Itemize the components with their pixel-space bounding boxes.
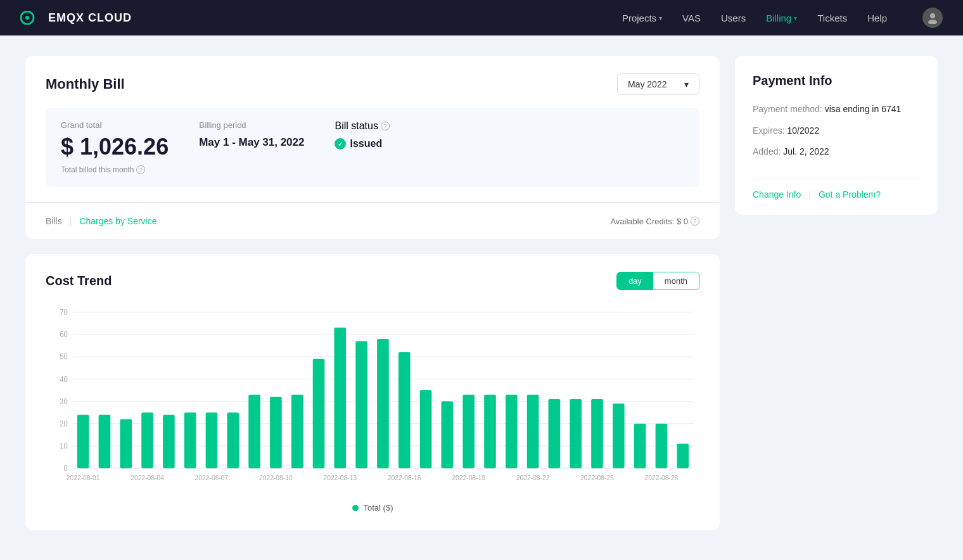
tab-bills[interactable]: Bills: [46, 213, 62, 229]
legend-dot-icon: [352, 505, 359, 511]
svg-rect-29: [248, 395, 260, 468]
svg-text:2022-08-16: 2022-08-16: [388, 474, 421, 482]
navbar-links: Projects ▾ VAS Users Billing ▾ Tickets H…: [622, 8, 943, 28]
help-icon[interactable]: ?: [691, 217, 699, 226]
grand-total-section: Grand total $ 1,026.26 Total billed this…: [61, 120, 169, 174]
nav-users[interactable]: Users: [721, 13, 746, 23]
svg-text:2022-08-28: 2022-08-28: [645, 474, 679, 482]
chart-legend: Total ($): [46, 503, 699, 512]
payment-method-line: Payment method: visa ending in 6741: [753, 103, 920, 116]
svg-rect-21: [77, 415, 89, 468]
chevron-down-icon: ▾: [659, 15, 662, 22]
svg-text:40: 40: [60, 374, 68, 384]
svg-rect-23: [120, 419, 132, 468]
bill-status-value: ✓ Issued: [335, 138, 389, 150]
bill-card-header: Monthly Bill May 2022 ▾: [46, 73, 699, 95]
change-info-link[interactable]: Change Info: [753, 189, 801, 200]
user-icon: [926, 11, 939, 24]
chevron-down-icon: ▾: [794, 15, 797, 22]
svg-rect-40: [484, 395, 496, 468]
svg-rect-31: [291, 395, 303, 468]
svg-text:2022-08-01: 2022-08-01: [67, 474, 100, 482]
monthly-bill-title: Monthly Bill: [46, 76, 125, 92]
svg-rect-35: [377, 339, 389, 468]
payment-expires-line: Expires: 10/2022: [753, 125, 920, 137]
svg-rect-30: [270, 397, 282, 468]
svg-text:2022-08-25: 2022-08-25: [580, 474, 614, 482]
svg-text:2022-08-07: 2022-08-07: [195, 474, 229, 482]
bill-status-label-row: Bill status ?: [335, 120, 389, 132]
svg-text:30: 30: [60, 397, 68, 406]
month-selector[interactable]: May 2022 ▾: [617, 73, 699, 95]
svg-point-3: [930, 13, 935, 18]
bar-chart: 0102030405060702022-08-012022-08-042022-…: [46, 305, 699, 495]
got-problem-link[interactable]: Got a Problem?: [819, 189, 881, 200]
svg-rect-42: [527, 395, 539, 468]
svg-rect-43: [549, 399, 561, 468]
expires-value: 10/2022: [787, 125, 819, 136]
svg-rect-28: [227, 412, 239, 468]
payment-method-value: visa ending in 6741: [825, 104, 902, 114]
svg-rect-27: [206, 412, 218, 468]
svg-rect-25: [163, 415, 175, 468]
svg-text:2022-08-13: 2022-08-13: [323, 474, 357, 482]
toggle-group: day month: [616, 272, 699, 290]
svg-rect-33: [335, 328, 347, 468]
expires-label: Expires:: [753, 125, 785, 136]
payment-actions: Change Info | Got a Problem?: [753, 179, 920, 200]
right-panel: Payment Info Payment method: visa ending…: [735, 56, 938, 530]
nav-projects[interactable]: Projects ▾: [622, 13, 662, 23]
payment-method-label: Payment method:: [753, 104, 822, 114]
payment-info-title: Payment Info: [753, 73, 920, 88]
navbar: EMQX CLOUD Projects ▾ VAS Users Billing …: [0, 0, 963, 35]
tab-charges-by-service[interactable]: Charges by Service: [79, 213, 156, 229]
left-panel: Monthly Bill May 2022 ▾ Grand total $ 1,…: [25, 56, 720, 530]
month-selector-value: May 2022: [628, 79, 666, 89]
avatar[interactable]: [922, 8, 943, 28]
svg-rect-26: [184, 412, 196, 468]
billing-period-label: Billing period: [199, 120, 304, 130]
status-issued-icon: ✓: [335, 138, 346, 150]
help-icon[interactable]: ?: [381, 122, 390, 130]
brand-name: EMQX CLOUD: [48, 11, 132, 25]
toggle-month-button[interactable]: month: [653, 272, 699, 290]
svg-text:60: 60: [60, 330, 68, 340]
svg-point-4: [928, 20, 937, 24]
main-content: Monthly Bill May 2022 ▾ Grand total $ 1,…: [0, 35, 963, 550]
bill-status-label: Bill status: [335, 120, 378, 132]
nav-tickets[interactable]: Tickets: [817, 13, 847, 23]
payment-details: Payment method: visa ending in 6741 Expi…: [753, 103, 920, 158]
added-value: Jul. 2, 2022: [783, 146, 829, 156]
svg-rect-46: [613, 404, 625, 468]
svg-rect-47: [634, 424, 646, 468]
svg-rect-39: [462, 395, 475, 468]
chart-container: 0102030405060702022-08-012022-08-042022-…: [46, 305, 699, 495]
nav-help[interactable]: Help: [867, 13, 887, 23]
svg-rect-48: [656, 424, 668, 468]
chevron-down-icon: ▾: [684, 79, 689, 89]
cost-trend-title: Cost Trend: [46, 274, 112, 288]
help-icon[interactable]: ?: [136, 165, 145, 174]
nav-vas[interactable]: VAS: [682, 13, 701, 23]
svg-rect-38: [442, 402, 454, 469]
bill-status-section: Bill status ? ✓ Issued: [335, 120, 389, 150]
svg-rect-49: [677, 443, 689, 468]
billing-period-value: May 1 - May 31, 2022: [199, 136, 304, 149]
svg-text:2022-08-19: 2022-08-19: [452, 474, 485, 482]
svg-rect-32: [313, 359, 325, 468]
nav-billing[interactable]: Billing ▾: [766, 13, 797, 23]
toggle-day-button[interactable]: day: [617, 272, 653, 290]
payment-added-line: Added: Jul. 2, 2022: [753, 146, 920, 158]
monthly-bill-card: Monthly Bill May 2022 ▾ Grand total $ 1,…: [25, 56, 720, 203]
svg-text:2022-08-04: 2022-08-04: [131, 474, 164, 482]
brand: EMQX CLOUD: [20, 11, 622, 25]
svg-rect-24: [141, 412, 153, 468]
svg-text:50: 50: [60, 352, 68, 362]
legend-label: Total ($): [364, 503, 393, 512]
tabs-left: Bills | Charges by Service: [46, 213, 156, 229]
available-credits: Available Credits: $ 0 ?: [610, 217, 699, 226]
tabs-row: Bills | Charges by Service Available Cre…: [25, 203, 720, 239]
tab-divider: |: [70, 216, 72, 226]
payment-info-card: Payment Info Payment method: visa ending…: [735, 56, 938, 215]
svg-text:20: 20: [60, 419, 68, 428]
